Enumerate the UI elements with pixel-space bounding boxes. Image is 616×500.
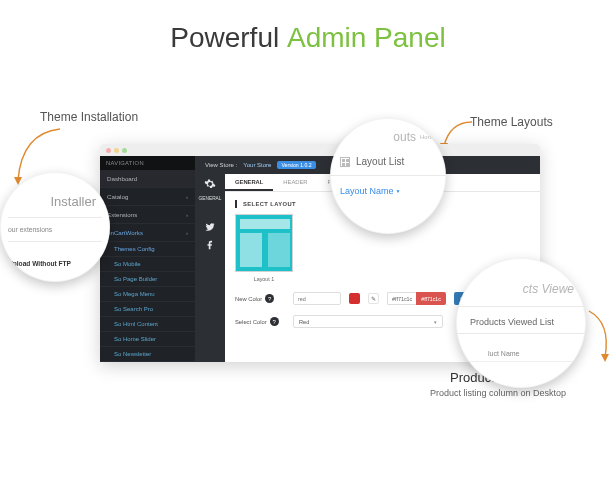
tab-header[interactable]: HEADER (273, 174, 317, 191)
lens-detail-row: luct Name (468, 350, 574, 357)
new-color-input[interactable]: red (293, 292, 341, 305)
sidebar-sub-themes-config[interactable]: Themes Config (100, 242, 195, 257)
lens-layouts-home: Home (420, 134, 436, 140)
gear-icon[interactable] (204, 178, 216, 190)
sidebar-sub-search-pro[interactable]: So Search Pro (100, 302, 195, 317)
sidebar-item-label: Extensions (107, 211, 137, 218)
sidebar-sub-mega-menu[interactable]: So Mega Menu (100, 287, 195, 302)
callout-detail-subtitle: Product listing column on Desktop (430, 388, 566, 398)
sidebar-item-dashboard[interactable]: Dashboard (100, 170, 195, 188)
hex-input[interactable]: #ff71c1c (387, 292, 416, 305)
select-color-dropdown[interactable]: Red ▾ (293, 315, 443, 328)
hex-button[interactable]: #ff71c1c (416, 292, 446, 305)
color-swatch[interactable] (349, 293, 360, 304)
sidebar-sub-html-content[interactable]: So Html Content (100, 317, 195, 332)
minimize-dot[interactable] (114, 148, 119, 153)
zoom-dot[interactable] (122, 148, 127, 153)
svg-marker-2 (601, 354, 609, 362)
lens-product-detail: cts Viewe Products Viewed List luct Name (456, 258, 586, 388)
select-color-label: Select Color? (235, 317, 285, 326)
lens-layouts-title: outs (393, 130, 416, 144)
lens-installer-upload: Upload Without FTP (8, 260, 102, 267)
chevron-right-icon: › (186, 212, 188, 218)
grid-icon (340, 157, 350, 167)
sidebar-heading: NAVIGATION (100, 156, 195, 170)
sidebar-sub-page-builder[interactable]: So Page Builder (100, 272, 195, 287)
help-icon[interactable]: ? (265, 294, 274, 303)
chevron-down-icon: ▾ (434, 319, 437, 325)
lens-installer-title: Installer (8, 194, 102, 209)
thumb-image (235, 214, 293, 272)
lens-detail-title: cts Viewe (468, 282, 574, 296)
sidebar-item-cartworks[interactable]: enCartWorks› (100, 224, 195, 242)
sidebar: NAVIGATION Dashboard Catalog› Extensions… (100, 156, 195, 362)
arrow-to-detail (585, 305, 616, 365)
chevron-right-icon: › (186, 194, 188, 200)
facebook-icon[interactable] (204, 239, 216, 251)
layout-thumb-1[interactable]: Layout 1 (235, 214, 293, 282)
thumb-label: Layout 1 (235, 276, 293, 282)
lens-layout-dropdown[interactable]: Layout Name▼ (340, 186, 436, 196)
sidebar-item-extensions[interactable]: Extensions› (100, 206, 195, 224)
sidebar-item-catalog[interactable]: Catalog› (100, 188, 195, 206)
lens-layouts-list: Layout List (356, 156, 404, 167)
lens-theme-installation: Installer our extensions Upload Without … (0, 172, 110, 282)
callout-installation: Theme Installation (40, 110, 138, 124)
chevron-right-icon: › (186, 230, 188, 236)
ribbon-section-label: GENERAL (199, 196, 222, 201)
sidebar-item-label: Catalog (107, 193, 128, 200)
lens-theme-layouts: outsHome Layout List Layout Name▼ (330, 118, 446, 234)
page-title: Powerful Admin Panel (0, 22, 616, 54)
sidebar-sub-mobile[interactable]: So Mobile (100, 257, 195, 272)
store-link[interactable]: Your Store (243, 162, 271, 168)
new-color-label: New Color? (235, 294, 285, 303)
twitter-icon[interactable] (204, 221, 216, 233)
topbar-label: View Store : (205, 162, 237, 168)
titlebar (100, 144, 540, 156)
sidebar-item-label: Dashboard (107, 175, 137, 182)
pencil-icon[interactable]: ✎ (368, 293, 379, 304)
title-base: Powerful (170, 22, 287, 53)
chevron-down-icon: ▼ (396, 188, 401, 194)
title-accent: Admin Panel (287, 22, 446, 53)
sidebar-sub-newsletter[interactable]: So Newsletter (100, 347, 195, 362)
sidebar-sub-home-slider[interactable]: So Home Slider (100, 332, 195, 347)
tab-general[interactable]: GENERAL (225, 174, 273, 191)
help-icon[interactable]: ? (270, 317, 279, 326)
version-badge: Version 1.0.2 (277, 161, 315, 169)
sidebar-item-label: enCartWorks (107, 229, 143, 236)
ribbon: GENERAL (195, 174, 225, 362)
select-value: Red (299, 319, 309, 325)
close-dot[interactable] (106, 148, 111, 153)
lens-installer-row: our extensions (8, 226, 102, 233)
lens-detail-list: Products Viewed List (468, 317, 574, 327)
